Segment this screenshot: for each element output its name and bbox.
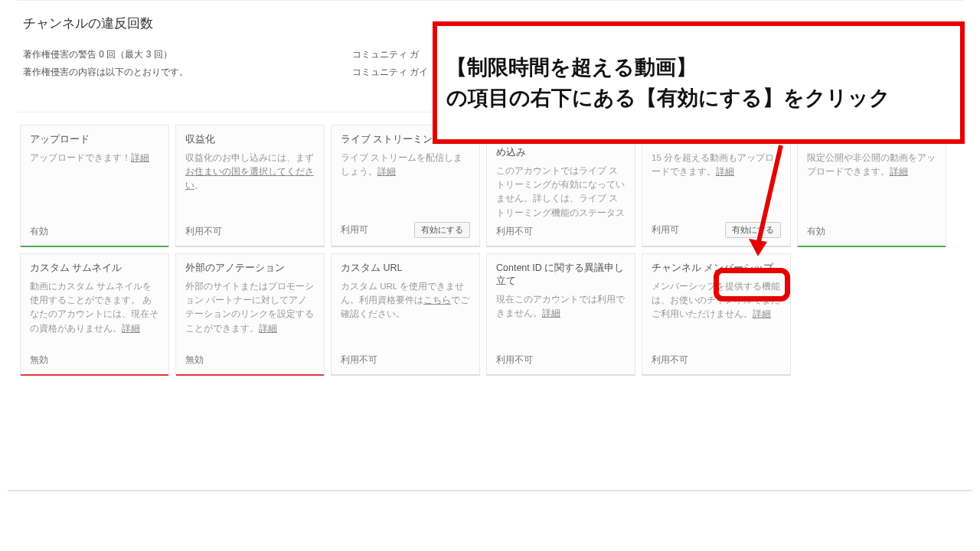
card-status-bar [798, 246, 946, 247]
annotation-callout: 【制限時間を超える動画】 の項目の右下にある【有効にする】をクリック [433, 21, 965, 144]
feature-card: Content ID に関する異議申し立て現在このアカウントでは利用できません。… [486, 253, 635, 376]
card-footer: 無効 [176, 347, 324, 374]
feature-card: カスタム サムネイル動画にカスタム サムネイルを使用することができます。 あなた… [20, 253, 169, 376]
card-description: 現在このアカウントでは利用できません。詳細 [487, 292, 635, 347]
copyright-warning-count: 著作権侵害の警告 0 回（最大 3 回） [23, 46, 352, 64]
card-footer: 有効 [21, 219, 168, 246]
card-title: カスタム サムネイル [21, 254, 168, 279]
annotation-line2: の項目の右下にある【有効にする】をクリック [446, 83, 951, 114]
card-description: カスタム URL を使用できません。利用資格要件はこちらでご確認ください。 [332, 279, 479, 347]
annotation-line1: 【制限時間を超える動画】 [446, 52, 951, 83]
card-title: 外部のアノテーション [176, 254, 324, 279]
card-status: 利用不可 [652, 354, 688, 367]
card-description: アップロードできます！詳細 [21, 151, 168, 219]
card-footer: 利用不可 [642, 347, 790, 374]
card-title: チャンネル メンバーシップ [642, 254, 790, 279]
card-title: カスタム URL [332, 254, 479, 279]
card-status: 利用不可 [185, 225, 222, 238]
card-detail-link[interactable]: お住まいの国を選択してください [185, 167, 314, 190]
card-description: メンバーシップを提供する機能は、お使いのチャンネルでまだご利用いただけません。詳… [642, 279, 790, 347]
card-detail-link[interactable]: 詳細 [131, 153, 149, 162]
card-description: 収益化のお申し込みには、まずお住まいの国を選択してください。 [176, 151, 324, 219]
card-footer: 利用不可 [176, 219, 324, 246]
card-footer: 利用不可 [487, 219, 635, 246]
copyright-desc: 著作権侵害の内容は以下のとおりです。 [23, 64, 352, 81]
card-footer: 有効 [798, 219, 946, 246]
card-status: 利用可 [652, 223, 679, 236]
card-detail-link[interactable]: 詳細 [259, 324, 277, 333]
feature-card: 収益化収益化のお申し込みには、まずお住まいの国を選択してください。利用不可 [175, 125, 325, 247]
feature-card: チャンネル メンバーシップメンバーシップを提供する機能は、お使いのチャンネルでま… [642, 253, 791, 376]
card-detail-link[interactable]: 詳細 [542, 308, 560, 318]
card-status: 利用可 [341, 223, 368, 236]
card-footer: 無効 [21, 347, 168, 374]
card-title: 収益化 [176, 126, 324, 151]
card-status: 有効 [807, 225, 825, 238]
card-footer: 利用不可 [332, 347, 479, 374]
card-detail-link[interactable]: 詳細 [377, 167, 396, 176]
feature-card-grid: アップロードアップロードできます！詳細有効収益化収益化のお申し込みには、まずお住… [17, 122, 963, 391]
card-status-bar [21, 374, 168, 376]
card-description: このアカウントではライブ ストリーミングが有効になっていません。詳しくは、ライブ… [487, 164, 635, 219]
card-footer: 利用可有効にする [332, 216, 479, 246]
feature-card: 外部のアノテーション外部のサイトまたはプロモーション パートナーに対してアノテー… [175, 253, 325, 376]
card-status: 有効 [30, 225, 48, 238]
card-description: ライブ ストリームを配信しましょう。詳細 [332, 151, 479, 216]
enable-button[interactable]: 有効にする [725, 222, 781, 238]
info-col-copyright: 著作権侵害の警告 0 回（最大 3 回） 著作権侵害の内容は以下のとおりです。 [23, 46, 352, 81]
card-status: 利用不可 [341, 354, 377, 367]
card-title: アップロード [21, 126, 168, 151]
card-description: 限定公開や非公開の動画をアップロードできます。詳細 [798, 151, 946, 219]
card-detail-link[interactable]: 詳細 [716, 167, 734, 176]
card-status-bar [176, 374, 324, 376]
card-footer: 利用不可 [487, 347, 635, 374]
card-status: 利用不可 [496, 225, 533, 238]
card-status-bar [21, 246, 168, 247]
card-title: Content ID に関する異議申し立て [487, 254, 635, 292]
card-status: 無効 [30, 354, 48, 367]
card-footer: 利用可有効にする [642, 216, 790, 246]
enable-button[interactable]: 有効にする [414, 222, 470, 238]
card-status: 無効 [185, 354, 204, 367]
card-detail-link[interactable]: こちら [423, 295, 451, 305]
feature-card: カスタム URLカスタム URL を使用できません。利用資格要件はこちらでご確認… [331, 253, 480, 376]
card-detail-link[interactable]: 詳細 [753, 309, 771, 318]
card-description: 動画にカスタム サムネイルを使用することができます。 あなたのアカウントには、現… [21, 279, 168, 347]
card-description: 外部のサイトまたはプロモーション パートナーに対してアノテーションのリンクを設定… [176, 279, 324, 347]
feature-card: アップロードアップロードできます！詳細有効 [20, 125, 169, 247]
card-detail-link[interactable]: 詳細 [122, 324, 140, 333]
card-detail-link[interactable]: 詳細 [890, 167, 908, 176]
card-description: 15 分を超える動画もアップロードできます。詳細 [642, 151, 790, 216]
card-status: 利用不可 [496, 354, 533, 367]
panel-bottom-edge [8, 490, 972, 491]
